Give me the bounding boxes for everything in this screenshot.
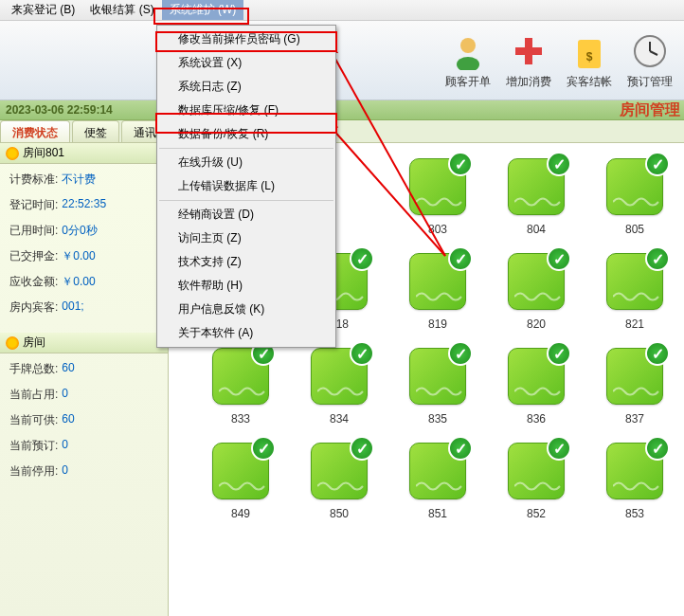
- check-icon: ✓: [547, 246, 571, 271]
- toolbar-label: 预订管理: [627, 74, 673, 90]
- menu-guest-register[interactable]: 来宾登记 (B): [4, 0, 82, 20]
- dropdown-item[interactable]: 系统日志 (Z): [159, 75, 333, 99]
- room-icon: ✓: [508, 443, 565, 499]
- room-number: 851: [428, 507, 447, 520]
- room-panel-header: 房间801: [0, 143, 168, 164]
- svg-text:$: $: [586, 50, 593, 63]
- info-value: 不计费: [62, 172, 96, 188]
- dropdown-item[interactable]: 经销商设置 (D): [159, 203, 333, 226]
- money-icon: $: [570, 32, 608, 70]
- room-number: 834: [330, 412, 349, 426]
- info-value: 60: [62, 361, 74, 377]
- room-number: 833: [231, 412, 250, 426]
- room-card[interactable]: ✓849: [191, 443, 290, 537]
- check-icon: ✓: [547, 152, 571, 176]
- room-icon: ✓: [508, 253, 565, 310]
- info-value: 0: [62, 387, 68, 403]
- toolbar: 顾客开单增加消费$宾客结帐预订管理: [0, 21, 684, 100]
- dropdown-item[interactable]: 在线升级 (U): [159, 151, 333, 174]
- room-card[interactable]: ✓803: [388, 158, 487, 253]
- tab-1[interactable]: 便签: [72, 120, 119, 142]
- info-row: 当前占用:0: [9, 387, 158, 403]
- info-row: 计费标准:不计费: [9, 172, 158, 188]
- dropdown-item[interactable]: 上传错误数据库 (L): [159, 174, 333, 198]
- room-number: 804: [527, 223, 546, 236]
- room-row: ✓849✓850✓851✓852✓853: [169, 443, 684, 537]
- dropdown-separator: [159, 148, 333, 149]
- dropdown-item[interactable]: 系统设置 (X): [159, 51, 333, 75]
- room-icon: ✓: [212, 443, 269, 499]
- toolbar-user-button[interactable]: 顾客开单: [438, 21, 498, 100]
- toolbar-clock-button[interactable]: 预订管理: [620, 21, 680, 100]
- datebar: 2023-03-06 22:59:14 房间管理: [0, 100, 684, 120]
- clock-icon: [631, 32, 669, 70]
- dropdown-item[interactable]: 数据备份/恢复 (R): [159, 122, 333, 146]
- room-number: 852: [527, 507, 546, 520]
- room-number: 819: [428, 317, 447, 331]
- tab-0[interactable]: 消费状态: [0, 120, 70, 142]
- wave-icon: [613, 480, 684, 493]
- toolbar-label: 宾客结帐: [567, 74, 612, 90]
- room-icon: ✓: [606, 253, 663, 310]
- sidebar: 房间801 计费标准:不计费登记时间:22:52:35已用时间:0分0秒已交押金…: [0, 143, 169, 616]
- datetime-display: 2023-03-06 22:59:14: [6, 103, 113, 117]
- check-icon: ✓: [645, 341, 670, 366]
- room-number: 837: [625, 412, 644, 426]
- section-title: 房间管理: [620, 100, 680, 119]
- room-card[interactable]: ✓833: [191, 348, 290, 443]
- info-label: 当前停用:: [9, 463, 58, 480]
- toolbar-plus-button[interactable]: 增加消费: [498, 21, 559, 100]
- room-panel-title: 房间801: [23, 145, 64, 161]
- dropdown-item[interactable]: 用户信息反馈 (K): [159, 298, 333, 321]
- dropdown-item[interactable]: 访问主页 (Z): [159, 226, 333, 250]
- check-icon: ✓: [645, 436, 670, 461]
- system-maintenance-dropdown: 修改当前操作员密码 (G)系统设置 (X)系统日志 (Z)数据库压缩/修复 (F…: [156, 25, 336, 348]
- room-number: 803: [428, 223, 447, 236]
- room-icon: ✓: [409, 253, 466, 310]
- info-value: 22:52:35: [62, 197, 106, 213]
- check-icon: ✓: [350, 341, 374, 366]
- check-icon: ✓: [645, 246, 670, 271]
- check-icon: ✓: [547, 436, 571, 461]
- toolbar-label: 顾客开单: [445, 74, 491, 90]
- room-row: ✓833✓834✓835✓836✓837: [169, 348, 684, 443]
- svg-point-2: [460, 38, 476, 53]
- check-icon: ✓: [448, 246, 473, 271]
- room-icon: ✓: [508, 348, 565, 405]
- wave-icon: [613, 385, 684, 398]
- info-value: ￥0.00: [62, 274, 95, 290]
- info-row: 当前预订:0: [9, 438, 158, 454]
- info-row: 房内宾客: 001;: [9, 299, 158, 316]
- room-icon: ✓: [409, 443, 466, 499]
- dropdown-item[interactable]: 技术支持 (Z): [159, 250, 333, 274]
- wave-icon: [613, 195, 684, 208]
- info-value: 0: [62, 438, 68, 454]
- check-icon: ✓: [448, 436, 473, 461]
- info-label: 当前预订:: [9, 438, 58, 454]
- stats-panel-header: 房间: [0, 333, 168, 353]
- check-icon: ✓: [350, 246, 374, 271]
- dropdown-item[interactable]: 软件帮助 (H): [159, 274, 333, 298]
- menu-system-maintenance[interactable]: 系统维护 (W): [162, 0, 244, 20]
- info-label: 登记时间:: [9, 197, 58, 213]
- room-number: 821: [625, 317, 644, 331]
- dropdown-separator: [159, 200, 333, 201]
- info-label: 手牌总数:: [9, 361, 58, 377]
- room-number: 805: [625, 223, 644, 236]
- dropdown-item[interactable]: 数据库压缩/修复 (F): [159, 99, 333, 122]
- stats-panel-title: 房间: [23, 335, 45, 351]
- dropdown-item[interactable]: 关于本软件 (A): [159, 321, 333, 345]
- toolbar-money-button[interactable]: $宾客结帐: [559, 21, 620, 100]
- svg-point-3: [457, 57, 479, 70]
- dropdown-item[interactable]: 修改当前操作员密码 (G): [159, 27, 333, 51]
- room-number: 835: [428, 412, 447, 426]
- room-icon: ✓: [212, 348, 269, 405]
- menu-cashier[interactable]: 收银结算 (S): [82, 0, 161, 20]
- info-row: 手牌总数:60: [9, 361, 158, 377]
- info-label: 已用时间:: [9, 223, 58, 239]
- room-icon: ✓: [409, 158, 466, 215]
- room-number: 850: [330, 507, 349, 520]
- menubar: 来宾登记 (B) 收银结算 (S) 系统维护 (W): [0, 0, 684, 21]
- info-label: 当前可供:: [9, 412, 58, 428]
- info-value: 001;: [62, 299, 83, 316]
